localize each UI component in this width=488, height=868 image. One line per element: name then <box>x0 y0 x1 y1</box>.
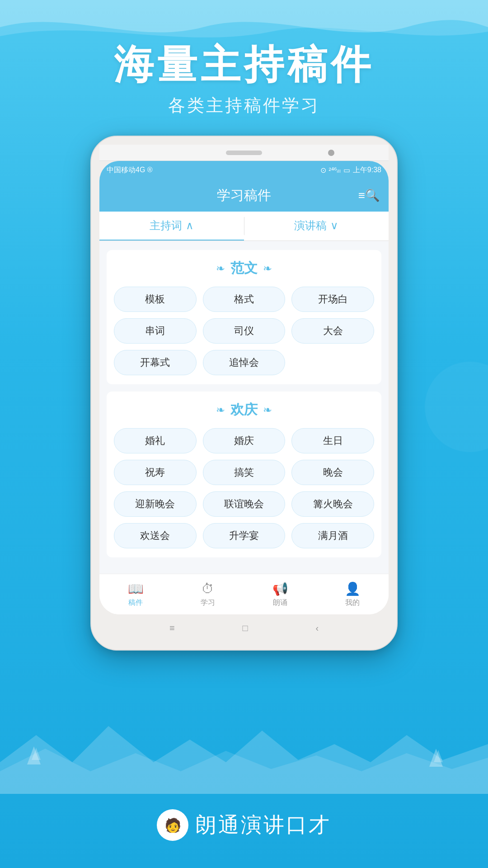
gaojian-label: 稿件 <box>128 598 143 608</box>
signal-icon: ⊙ <box>320 166 326 175</box>
tag-zhushou[interactable]: 祝寿 <box>114 460 197 485</box>
nav-mine[interactable]: 👤 我的 <box>316 574 389 614</box>
nav-xuexi[interactable]: ⏱ 学习 <box>172 574 244 614</box>
tag-huansong[interactable]: 欢送会 <box>114 523 197 548</box>
status-bar: 中国移动4G ® ⊙ ²⁴⁶ᵢₗₗ ▭ 上午9:38 <box>99 161 389 179</box>
brand-logo: 🧑 <box>157 809 188 841</box>
hero-section: 海量主持稿件 各类主持稿件学习 <box>0 41 488 117</box>
hero-title: 海量主持稿件 <box>0 41 488 89</box>
brand-logo-emoji: 🧑 <box>164 817 181 833</box>
tag-chuanci[interactable]: 串词 <box>114 318 197 344</box>
xuexi-label: 学习 <box>201 598 215 608</box>
tag-hunli[interactable]: 婚礼 <box>114 428 197 453</box>
phone-camera <box>328 150 334 156</box>
home-button[interactable]: □ <box>242 623 248 633</box>
tag-hunqing[interactable]: 婚庆 <box>203 428 286 453</box>
brand-text: 朗通演讲口才 <box>196 811 331 839</box>
nav-gaojian[interactable]: 📖 稿件 <box>99 574 172 614</box>
tag-shengri[interactable]: 生日 <box>291 428 374 453</box>
tab-zhuchici-arrow: ∧ <box>186 219 194 232</box>
tab-yanjiangao[interactable]: 演讲稿 ∨ <box>244 212 389 241</box>
phone-speaker <box>226 151 262 155</box>
phone-frame: 中国移动4G ® ⊙ ²⁴⁶ᵢₗₗ ▭ 上午9:38 学习稿件 ≡🔍 主持词 ∧ <box>90 136 398 651</box>
fanwen-deco-left: ❧ <box>216 262 225 275</box>
phone-screen: 中国移动4G ® ⊙ ²⁴⁶ᵢₗₗ ▭ 上午9:38 学习稿件 ≡🔍 主持词 ∧ <box>99 161 389 614</box>
signal-strength: ²⁴⁶ᵢₗₗ <box>329 166 341 175</box>
status-right: ⊙ ²⁴⁶ᵢₗₗ ▭ 上午9:38 <box>320 165 381 175</box>
app-branding: 🧑 朗通演讲口才 <box>0 809 488 841</box>
gaojian-icon: 📖 <box>128 581 144 596</box>
app-header: 学习稿件 ≡🔍 <box>99 179 389 212</box>
phone-bottom-buttons: ≡ □ ‹ <box>99 614 389 642</box>
app-title: 学习稿件 <box>217 186 271 205</box>
tag-gaohuowanhui[interactable]: 篝火晚会 <box>291 491 374 517</box>
phone-mockup: 中国移动4G ® ⊙ ²⁴⁶ᵢₗₗ ▭ 上午9:38 学习稿件 ≡🔍 主持词 ∧ <box>90 136 398 651</box>
phone-top-bar <box>99 145 389 161</box>
tag-wanhui[interactable]: 晚会 <box>291 460 374 485</box>
tag-yingxin[interactable]: 迎新晚会 <box>114 491 197 517</box>
tag-dahui[interactable]: 大会 <box>291 318 374 344</box>
xuexi-icon: ⏱ <box>202 581 214 596</box>
mine-label: 我的 <box>345 598 360 608</box>
tag-zhuihaohui[interactable]: 追悼会 <box>203 350 286 375</box>
time-label: 上午9:38 <box>353 165 381 175</box>
tag-kaimushi[interactable]: 开幕式 <box>114 350 197 375</box>
huanqing-title: 欢庆 <box>230 401 258 419</box>
fanwen-tags: 模板 格式 开场白 串词 司仪 大会 开幕式 追悼会 <box>114 287 374 375</box>
huanqing-deco-left: ❧ <box>216 404 225 416</box>
content-area: ❧ 范文 ❧ 模板 格式 开场白 串词 司仪 大会 开幕式 追悼会 <box>99 241 389 574</box>
tag-geshi[interactable]: 格式 <box>203 287 286 312</box>
huanqing-deco-right: ❧ <box>263 404 272 416</box>
tag-lianyi[interactable]: 联谊晚会 <box>203 491 286 517</box>
menu-button[interactable]: ≡ <box>169 623 175 633</box>
search-icon[interactable]: ≡🔍 <box>358 189 380 203</box>
langsong-label: 朗诵 <box>273 598 287 608</box>
tab-yanjiangao-label: 演讲稿 <box>294 218 327 233</box>
tab-zhuchici[interactable]: 主持词 ∧ <box>99 212 244 241</box>
fanwen-title: 范文 <box>230 259 258 278</box>
huanqing-header: ❧ 欢庆 ❧ <box>114 401 374 419</box>
tab-bar: 主持词 ∧ 演讲稿 ∨ <box>99 212 389 241</box>
carrier-label: 中国移动4G ® <box>107 165 153 175</box>
back-button[interactable]: ‹ <box>315 623 319 633</box>
nav-langsong[interactable]: 📢 朗诵 <box>244 574 316 614</box>
battery-icon: ▭ <box>343 166 350 175</box>
tab-yanjiangao-arrow: ∨ <box>330 219 338 232</box>
tag-kaichang[interactable]: 开场白 <box>291 287 374 312</box>
huanqing-section: ❧ 欢庆 ❧ 婚礼 婚庆 生日 祝寿 搞笑 晚会 迎新晚会 联谊晚会 篝火晚会 <box>107 392 381 557</box>
tag-muban[interactable]: 模板 <box>114 287 197 312</box>
fanwen-section: ❧ 范文 ❧ 模板 格式 开场白 串词 司仪 大会 开幕式 追悼会 <box>107 250 381 384</box>
tag-siyi[interactable]: 司仪 <box>203 318 286 344</box>
fanwen-header: ❧ 范文 ❧ <box>114 259 374 278</box>
mountains-decoration <box>0 681 488 796</box>
hero-subtitle: 各类主持稿件学习 <box>0 94 488 117</box>
bottom-nav: 📖 稿件 ⏱ 学习 📢 朗诵 👤 我的 <box>99 574 389 614</box>
fanwen-deco-right: ❧ <box>263 262 272 275</box>
tag-shengxuehui[interactable]: 升学宴 <box>203 523 286 548</box>
tag-manyue[interactable]: 满月酒 <box>291 523 374 548</box>
tag-gaoxiao[interactable]: 搞笑 <box>203 460 286 485</box>
tab-zhuchici-label: 主持词 <box>150 218 182 233</box>
langsong-icon: 📢 <box>272 581 288 596</box>
huanqing-tags: 婚礼 婚庆 生日 祝寿 搞笑 晚会 迎新晚会 联谊晚会 篝火晚会 欢送会 升学宴… <box>114 428 374 548</box>
mine-icon: 👤 <box>345 581 361 596</box>
